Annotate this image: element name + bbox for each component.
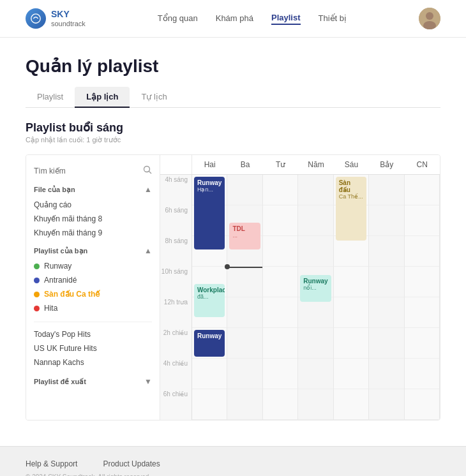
footer-updates[interactable]: Product Updates [103,459,160,468]
header: SKY soundtrack Tổng quan Khám phá Playli… [0,0,466,38]
hour-line [334,297,368,328]
logo-icon [26,8,46,29]
footer-links: Help & Support Product Updates [26,459,440,468]
search-label: Tìm kiếm [34,167,66,175]
sidebar-pop-hits[interactable]: Today's Pop Hits [34,327,152,341]
tab-tulich[interactable]: Tự lịch [130,87,178,108]
playlist-label-sandau: Sàn đấu Ca thế [44,290,100,299]
calendar-event-3[interactable]: Runwaynổi... [300,275,331,302]
calendar-event-5[interactable]: Runway [194,330,225,357]
hour-line [227,328,262,359]
event-sub: Hạn... [197,186,222,193]
hour-line [334,359,368,389]
now-line [227,267,262,268]
sidebar-playlist-runway[interactable]: Runway [34,259,152,273]
cal-day-sau: Sáu [334,155,369,174]
time-column: 4h sáng6h sáng8h sáng10h sáng12h trưa2h … [160,175,192,420]
user-avatar[interactable] [419,8,440,29]
playlist-collapse-btn[interactable]: ▲ [144,246,152,255]
hour-line [298,359,333,389]
hour-line [227,175,262,205]
hour-line [369,297,403,328]
hour-line [405,175,439,205]
event-title: Runway [197,332,222,339]
day-col-5 [369,175,404,420]
hour-line [192,359,227,389]
tab-laplich[interactable]: Lập lịch [75,87,130,108]
hour-line [227,297,262,328]
hour-line [298,297,333,328]
page-content: Quản lý playlist Playlist Lập lịch Tự lị… [0,56,466,446]
dot-hita [34,306,40,311]
calendar-event-4[interactable]: Workplaceđã... [194,284,225,317]
hour-line [334,267,368,297]
playlist-label-hita: Hita [44,304,57,313]
deuxuat-collapse-btn[interactable]: ▼ [144,377,152,386]
deuxuat-label: Playlist đề xuất [34,378,86,386]
hour-line [334,328,368,359]
day-col-3: Runwaynổi... [298,175,333,420]
sidebar-playlist-antranide[interactable]: Antranidé [34,273,152,287]
sidebar-item-km9[interactable]: Khuyến mãi tháng 9 [34,226,152,240]
sidebar-nannap[interactable]: Nannap Kachs [34,355,152,369]
hour-line [369,236,403,267]
event-sub: đã... [197,294,222,300]
calendar-event-2[interactable]: Sàn đấuCa Thế... [336,177,366,241]
nav-playlist[interactable]: Playlist [271,13,301,25]
time-label: 6h sáng [160,205,192,236]
day-col-6 [405,175,440,420]
footer: Help & Support Product Updates © 2024 SK… [0,446,466,476]
playlist-label-runway: Runway [44,262,71,271]
tab-playlist[interactable]: Playlist [26,87,75,108]
calendar-event-1[interactable]: TDL... [229,223,260,249]
playlist-subtitle: Cập nhật lần cuối: 1 giờ trước [26,136,440,144]
hour-line [334,389,368,420]
hour-line [405,328,439,359]
cal-day-tu: Tư [263,155,298,174]
logo-subtitle: soundtrack [51,20,86,27]
calendar-area: Hai Ba Tư Năm Sáu Bảy CN 4h sáng6h sáng8… [160,155,440,420]
hour-line [263,297,297,328]
hour-line [334,236,368,267]
svg-point-4 [144,167,150,172]
nav-tongquan[interactable]: Tổng quan [158,13,198,24]
hour-line [405,359,439,389]
nav-thietbi[interactable]: Thiết bị [319,13,347,24]
calendar-header: Hai Ba Tư Năm Sáu Bảy CN [160,155,440,175]
file-collapse-btn[interactable]: ▲ [144,185,152,194]
dot-runway [34,264,40,269]
logo-text: SKY soundtrack [51,10,86,27]
main-nav: Tổng quan Khám phá Playlist Thiết bị [158,13,347,25]
hour-line [405,236,439,267]
hour-line [263,205,297,236]
nav-khampha[interactable]: Khám phá [216,13,253,24]
hour-line [263,389,297,420]
hour-line [369,175,403,205]
logo-sky: SKY [51,10,86,19]
event-sub: ... [232,232,257,239]
calendar-event-0[interactable]: RunwayHạn... [194,177,225,249]
time-label: 4h chiều [160,359,192,389]
search-icon[interactable] [143,165,152,176]
event-title: Runway [197,179,222,186]
cal-day-nam: Năm [298,155,333,174]
logo[interactable]: SKY soundtrack [26,8,86,29]
sidebar-playlist-sandau[interactable]: Sàn đấu Ca thế [34,287,152,301]
hour-line [369,359,403,389]
event-title: TDL [232,225,257,232]
hour-line [227,389,262,420]
sidebar-playlist-hita[interactable]: Hita [34,301,152,315]
deuxuat-section-header: Playlist đề xuất ▼ [34,377,152,386]
event-title: Workplace [197,286,222,294]
sidebar-future-hits[interactable]: US UK Future Hits [34,341,152,355]
file-section-label: File của bạn [34,186,75,194]
hour-line [263,267,297,297]
search-row: Tìm kiếm [34,165,152,176]
file-section-header: File của bạn ▲ [34,185,152,194]
sidebar-item-km8[interactable]: Khuyến mãi tháng 8 [34,212,152,226]
time-label: 10h sáng [160,267,192,297]
footer-help[interactable]: Help & Support [26,459,77,468]
event-title: Runway [303,278,327,285]
sidebar-item-quangcao[interactable]: Quảng cáo [34,198,152,212]
time-label: 8h sáng [160,236,192,267]
